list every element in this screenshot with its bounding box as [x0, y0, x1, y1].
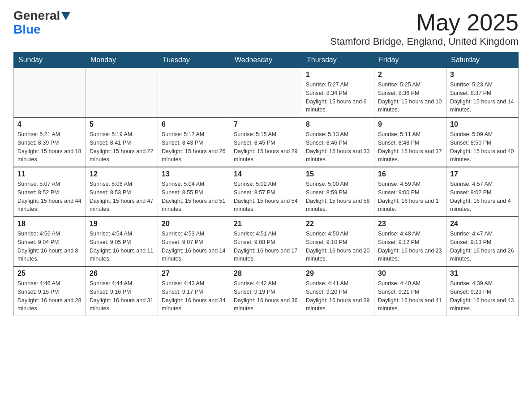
day-number: 14: [234, 170, 298, 178]
calendar-cell: 24Sunrise: 4:47 AM Sunset: 9:13 PM Dayli…: [446, 217, 519, 266]
day-info: Sunrise: 4:53 AM Sunset: 9:07 PM Dayligh…: [162, 230, 226, 263]
day-info: Sunrise: 4:44 AM Sunset: 9:16 PM Dayligh…: [90, 279, 154, 313]
day-info: Sunrise: 4:51 AM Sunset: 9:08 PM Dayligh…: [234, 230, 298, 263]
calendar-cell: 2Sunrise: 5:25 AM Sunset: 8:36 PM Daylig…: [374, 68, 446, 118]
calendar-cell: 20Sunrise: 4:53 AM Sunset: 9:07 PM Dayli…: [158, 217, 230, 266]
calendar-cell: 19Sunrise: 4:54 AM Sunset: 9:05 PM Dayli…: [86, 217, 158, 266]
day-info: Sunrise: 4:56 AM Sunset: 9:04 PM Dayligh…: [17, 230, 82, 263]
calendar-cell: 13Sunrise: 5:04 AM Sunset: 8:55 PM Dayli…: [158, 167, 230, 217]
day-number: 21: [234, 220, 298, 228]
day-info: Sunrise: 4:50 AM Sunset: 9:10 PM Dayligh…: [306, 230, 370, 263]
day-info: Sunrise: 4:46 AM Sunset: 9:15 PM Dayligh…: [17, 279, 82, 313]
calendar-cell: [86, 68, 158, 118]
day-info: Sunrise: 4:59 AM Sunset: 9:00 PM Dayligh…: [378, 180, 442, 214]
day-info: Sunrise: 5:06 AM Sunset: 8:53 PM Dayligh…: [90, 180, 154, 214]
day-info: Sunrise: 5:17 AM Sunset: 8:43 PM Dayligh…: [162, 130, 226, 164]
day-info: Sunrise: 5:11 AM Sunset: 8:48 PM Dayligh…: [378, 130, 442, 164]
logo-general: General: [13, 9, 60, 23]
day-header-friday: Friday: [374, 52, 446, 68]
calendar-cell: 31Sunrise: 4:39 AM Sunset: 9:23 PM Dayli…: [446, 266, 519, 316]
day-header-sunday: Sunday: [14, 52, 86, 68]
day-info: Sunrise: 5:04 AM Sunset: 8:55 PM Dayligh…: [162, 180, 226, 214]
calendar-cell: [14, 68, 86, 118]
day-number: 16: [378, 170, 442, 178]
day-number: 22: [306, 220, 370, 228]
calendar-header-row: SundayMondayTuesdayWednesdayThursdayFrid…: [14, 52, 519, 68]
calendar-week-1: 1Sunrise: 5:27 AM Sunset: 8:34 PM Daylig…: [14, 68, 519, 118]
calendar-cell: 16Sunrise: 4:59 AM Sunset: 9:00 PM Dayli…: [374, 167, 446, 217]
day-number: 13: [162, 170, 226, 178]
day-number: 12: [90, 170, 154, 178]
calendar-cell: [158, 68, 230, 118]
day-info: Sunrise: 4:41 AM Sunset: 9:20 PM Dayligh…: [306, 279, 370, 313]
calendar-table: SundayMondayTuesdayWednesdayThursdayFrid…: [13, 52, 519, 316]
calendar-cell: 12Sunrise: 5:06 AM Sunset: 8:53 PM Dayli…: [86, 167, 158, 217]
calendar-cell: 10Sunrise: 5:09 AM Sunset: 8:50 PM Dayli…: [446, 117, 519, 167]
day-number: 9: [378, 120, 442, 128]
day-info: Sunrise: 5:09 AM Sunset: 8:50 PM Dayligh…: [450, 130, 515, 164]
calendar-cell: 29Sunrise: 4:41 AM Sunset: 9:20 PM Dayli…: [302, 266, 374, 316]
day-header-thursday: Thursday: [302, 52, 374, 68]
calendar-cell: 28Sunrise: 4:42 AM Sunset: 9:19 PM Dayli…: [230, 266, 302, 316]
day-number: 15: [306, 170, 370, 178]
calendar-cell: 23Sunrise: 4:48 AM Sunset: 9:12 PM Dayli…: [374, 217, 446, 266]
day-number: 5: [90, 120, 154, 128]
day-number: 11: [17, 170, 82, 178]
calendar-cell: 22Sunrise: 4:50 AM Sunset: 9:10 PM Dayli…: [302, 217, 374, 266]
day-number: 25: [17, 270, 82, 278]
calendar-cell: 18Sunrise: 4:56 AM Sunset: 9:04 PM Dayli…: [14, 217, 86, 266]
calendar-cell: 21Sunrise: 4:51 AM Sunset: 9:08 PM Dayli…: [230, 217, 302, 266]
calendar-week-5: 25Sunrise: 4:46 AM Sunset: 9:15 PM Dayli…: [14, 266, 519, 316]
day-info: Sunrise: 5:25 AM Sunset: 8:36 PM Dayligh…: [378, 81, 442, 114]
day-number: 24: [450, 220, 515, 228]
calendar-cell: 5Sunrise: 5:19 AM Sunset: 8:41 PM Daylig…: [86, 117, 158, 167]
calendar-cell: 1Sunrise: 5:27 AM Sunset: 8:34 PM Daylig…: [302, 68, 374, 118]
calendar-cell: 8Sunrise: 5:13 AM Sunset: 8:46 PM Daylig…: [302, 117, 374, 167]
day-info: Sunrise: 5:07 AM Sunset: 8:52 PM Dayligh…: [17, 180, 82, 214]
day-header-wednesday: Wednesday: [230, 52, 302, 68]
day-info: Sunrise: 5:00 AM Sunset: 8:59 PM Dayligh…: [306, 180, 370, 214]
day-number: 7: [234, 120, 298, 128]
day-info: Sunrise: 5:23 AM Sunset: 8:37 PM Dayligh…: [450, 81, 515, 114]
calendar-cell: 25Sunrise: 4:46 AM Sunset: 9:15 PM Dayli…: [14, 266, 86, 316]
day-number: 27: [162, 270, 226, 278]
day-number: 31: [450, 270, 515, 278]
calendar-week-4: 18Sunrise: 4:56 AM Sunset: 9:04 PM Dayli…: [14, 217, 519, 266]
day-info: Sunrise: 4:42 AM Sunset: 9:19 PM Dayligh…: [234, 279, 298, 313]
day-info: Sunrise: 5:02 AM Sunset: 8:57 PM Dayligh…: [234, 180, 298, 214]
calendar-cell: 6Sunrise: 5:17 AM Sunset: 8:43 PM Daylig…: [158, 117, 230, 167]
calendar-cell: 4Sunrise: 5:21 AM Sunset: 8:39 PM Daylig…: [14, 117, 86, 167]
logo-arrow-icon: [61, 12, 70, 22]
day-info: Sunrise: 5:13 AM Sunset: 8:46 PM Dayligh…: [306, 130, 370, 164]
svg-marker-0: [61, 12, 70, 20]
day-info: Sunrise: 4:39 AM Sunset: 9:23 PM Dayligh…: [450, 279, 515, 313]
calendar-cell: 11Sunrise: 5:07 AM Sunset: 8:52 PM Dayli…: [14, 167, 86, 217]
day-number: 8: [306, 120, 370, 128]
calendar-cell: [230, 68, 302, 118]
day-number: 26: [90, 270, 154, 278]
header: General Blue May 2025 Stamford Bridge, E…: [13, 9, 519, 47]
calendar-cell: 14Sunrise: 5:02 AM Sunset: 8:57 PM Dayli…: [230, 167, 302, 217]
day-number: 18: [17, 220, 82, 228]
day-header-tuesday: Tuesday: [158, 52, 230, 68]
day-number: 29: [306, 270, 370, 278]
day-number: 28: [234, 270, 298, 278]
day-info: Sunrise: 4:40 AM Sunset: 9:21 PM Dayligh…: [378, 279, 442, 313]
calendar-cell: 7Sunrise: 5:15 AM Sunset: 8:45 PM Daylig…: [230, 117, 302, 167]
day-info: Sunrise: 4:54 AM Sunset: 9:05 PM Dayligh…: [90, 230, 154, 263]
day-number: 23: [378, 220, 442, 228]
day-number: 30: [378, 270, 442, 278]
day-number: 2: [378, 71, 442, 79]
calendar-cell: 30Sunrise: 4:40 AM Sunset: 9:21 PM Dayli…: [374, 266, 446, 316]
day-info: Sunrise: 4:57 AM Sunset: 9:02 PM Dayligh…: [450, 180, 515, 214]
title-area: May 2025 Stamford Bridge, England, Unite…: [330, 9, 519, 47]
day-number: 3: [450, 71, 515, 79]
logo: General Blue: [13, 9, 70, 37]
day-header-saturday: Saturday: [446, 52, 519, 68]
day-info: Sunrise: 4:47 AM Sunset: 9:13 PM Dayligh…: [450, 230, 515, 263]
day-number: 10: [450, 120, 515, 128]
calendar-cell: 26Sunrise: 4:44 AM Sunset: 9:16 PM Dayli…: [86, 266, 158, 316]
day-number: 20: [162, 220, 226, 228]
calendar-cell: 9Sunrise: 5:11 AM Sunset: 8:48 PM Daylig…: [374, 117, 446, 167]
day-info: Sunrise: 5:27 AM Sunset: 8:34 PM Dayligh…: [306, 81, 370, 114]
